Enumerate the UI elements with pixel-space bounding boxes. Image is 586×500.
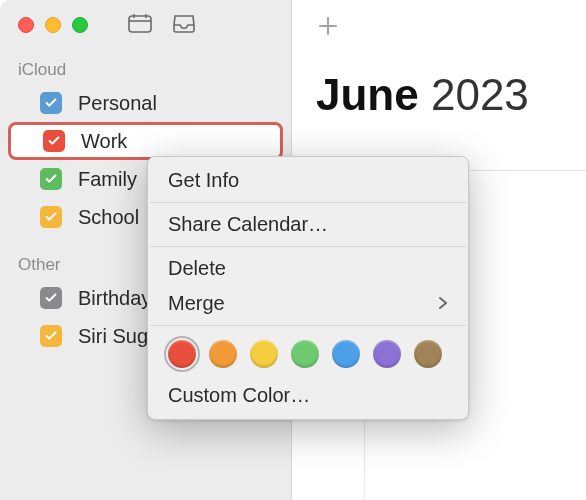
menu-item-merge[interactable]: Merge [148, 286, 468, 321]
menu-item-get-info[interactable]: Get Info [148, 163, 468, 198]
sidebar-item-label: School [78, 206, 139, 229]
checkbox-icon[interactable] [40, 287, 62, 309]
sidebar-item-label: Work [81, 130, 127, 153]
color-swatch[interactable] [209, 340, 237, 368]
close-window-button[interactable] [18, 17, 34, 33]
menu-item-label: Merge [168, 292, 225, 315]
minimize-window-button[interactable] [45, 17, 61, 33]
window-controls [0, 17, 88, 33]
checkbox-icon[interactable] [43, 130, 65, 152]
divider [150, 202, 466, 203]
divider [150, 325, 466, 326]
chevron-right-icon [438, 292, 448, 315]
color-swatch[interactable] [414, 340, 442, 368]
sidebar-item-personal[interactable]: Personal [0, 84, 291, 122]
menu-item-custom-color[interactable]: Custom Color… [148, 378, 468, 413]
color-swatch[interactable] [250, 340, 278, 368]
titlebar [0, 0, 586, 50]
sidebar-item-label: Family [78, 168, 137, 191]
context-menu: Get Info Share Calendar… Delete Merge Cu… [147, 156, 469, 420]
menu-item-delete[interactable]: Delete [148, 251, 468, 286]
year-label: 2023 [431, 70, 529, 119]
color-swatch-row [148, 330, 468, 378]
month-label: June [316, 70, 419, 119]
checkbox-icon[interactable] [40, 168, 62, 190]
page-title: June 2023 [316, 70, 586, 120]
checkbox-icon[interactable] [40, 206, 62, 228]
color-swatch[interactable] [332, 340, 360, 368]
sidebar-item-label: Personal [78, 92, 157, 115]
inbox-icon[interactable] [172, 13, 196, 38]
checkbox-icon[interactable] [40, 92, 62, 114]
sidebar-item-work[interactable]: Work [8, 122, 283, 160]
color-swatch[interactable] [373, 340, 401, 368]
calendars-icon[interactable] [128, 13, 152, 38]
checkbox-icon[interactable] [40, 325, 62, 347]
color-swatch[interactable] [168, 340, 196, 368]
menu-item-share-calendar[interactable]: Share Calendar… [148, 207, 468, 242]
color-swatch[interactable] [291, 340, 319, 368]
svg-rect-0 [129, 16, 151, 32]
divider [150, 246, 466, 247]
sidebar-section-header: iCloud [0, 55, 291, 84]
zoom-window-button[interactable] [72, 17, 88, 33]
